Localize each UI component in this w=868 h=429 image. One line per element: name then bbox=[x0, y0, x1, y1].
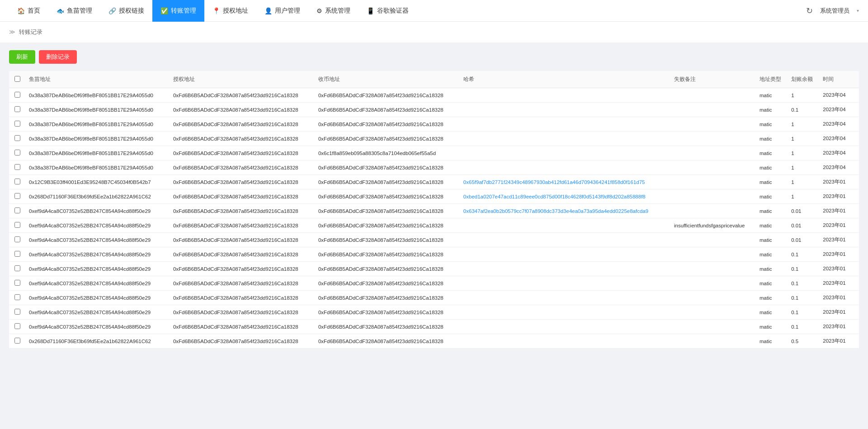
cell-receiveaddr: 0xFd6B6B5ADdCdF328A087a854f23dd9216Ca183… bbox=[315, 233, 460, 247]
cell-authaddr: 0xFd6B6B5ADdCdF328A087a854f23dd9216Ca183… bbox=[170, 305, 315, 320]
cell-receiveaddr: 0xFd6B6B5ADdCdF328A087a854f23dd9216Ca183… bbox=[315, 175, 460, 189]
table-row: 0xef9dA4ca8C07352e52BB247C854A94cd88f50e… bbox=[9, 204, 859, 218]
row-checkbox[interactable] bbox=[14, 338, 20, 344]
nav-menu: 🏠 首页 🐟 鱼苗管理 🔗 授权链接 ✅ 转账管理 📍 授权地址 👤 用户管理 … bbox=[9, 0, 806, 22]
nav-item-home[interactable]: 🏠 首页 bbox=[9, 0, 48, 22]
row-checkbox-cell bbox=[9, 233, 25, 247]
cell-failnote bbox=[670, 334, 756, 349]
row-checkbox[interactable] bbox=[14, 294, 20, 300]
cell-addrtype: matic bbox=[756, 233, 788, 247]
cell-hash bbox=[460, 132, 670, 146]
row-checkbox-cell bbox=[9, 320, 25, 334]
cell-hash bbox=[460, 262, 670, 276]
nav-item-usermanage[interactable]: 👤 用户管理 bbox=[256, 0, 308, 22]
cell-authaddr: 0xFd6B6B5ADdCdF328A087a854f23dd9216Ca183… bbox=[170, 117, 315, 132]
row-checkbox[interactable] bbox=[14, 265, 20, 271]
row-checkbox[interactable] bbox=[14, 323, 20, 329]
cell-time: 2023年04 bbox=[819, 160, 859, 175]
row-checkbox-cell bbox=[9, 218, 25, 233]
cell-fishaddr: 0xef9dA4ca8C07352e52BB247C854A94cd88f50e… bbox=[25, 247, 170, 262]
row-checkbox-cell bbox=[9, 262, 25, 276]
row-checkbox[interactable] bbox=[14, 106, 20, 112]
admin-label: 系统管理员 bbox=[820, 7, 849, 15]
table-row: 0x268Dd71160F36Ef3b69fd5Ee2a1b62822A961C… bbox=[9, 334, 859, 349]
row-checkbox-cell bbox=[9, 334, 25, 349]
nav-item-authaddr-label: 授权地址 bbox=[223, 7, 248, 15]
nav-refresh-button[interactable]: ↻ bbox=[806, 6, 813, 16]
cell-failnote bbox=[670, 160, 756, 175]
row-checkbox-cell bbox=[9, 160, 25, 175]
nav-item-authaddr[interactable]: 📍 授权地址 bbox=[204, 0, 256, 22]
header-authaddr: 授权地址 bbox=[170, 71, 315, 88]
cell-fishaddr: 0x12C9B3E03ff4001Ed3E95248B7C45034f0B542… bbox=[25, 175, 170, 189]
header-receiveaddr: 收币地址 bbox=[315, 71, 460, 88]
cell-hash bbox=[460, 88, 670, 103]
row-checkbox-cell bbox=[9, 175, 25, 189]
cell-time: 2023年01 bbox=[819, 189, 859, 204]
nav-item-transfer[interactable]: ✅ 转账管理 bbox=[152, 0, 204, 22]
row-checkbox[interactable] bbox=[14, 207, 20, 213]
row-checkbox-cell bbox=[9, 103, 25, 117]
mobile-icon: 📱 bbox=[367, 7, 374, 14]
cell-amount: 0.1 bbox=[788, 291, 819, 305]
cell-amount: 0.1 bbox=[788, 247, 819, 262]
cell-time: 2023年04 bbox=[819, 132, 859, 146]
cell-time: 2023年01 bbox=[819, 334, 859, 349]
transfer-table-container: 鱼苗地址 授权地址 收币地址 哈希 失败备注 地址类型 划账余额 时间 0x38… bbox=[9, 71, 859, 349]
cell-authaddr: 0xFd6B6B5ADdCdF328A087a854f23dd9216Ca183… bbox=[170, 291, 315, 305]
cell-time: 2023年01 bbox=[819, 218, 859, 233]
cell-failnote bbox=[670, 291, 756, 305]
nav-item-fishmanage-label: 鱼苗管理 bbox=[67, 7, 92, 15]
cell-time: 2023年01 bbox=[819, 262, 859, 276]
row-checkbox[interactable] bbox=[14, 135, 20, 141]
cell-addrtype: matic bbox=[756, 291, 788, 305]
delete-records-button[interactable]: 删除记录 bbox=[39, 50, 77, 64]
cell-fishaddr: 0x268Dd71160F36Ef3b69fd5Ee2a1b62822A961C… bbox=[25, 189, 170, 204]
cell-authaddr: 0xFd6B6B5ADdCdF328A087a854f23dd9216Ca183… bbox=[170, 160, 315, 175]
cell-authaddr: 0xFd6B6B5ADdCdF328A087a854f23dd9216Ca183… bbox=[170, 320, 315, 334]
row-checkbox[interactable] bbox=[14, 179, 20, 184]
cell-receiveaddr: 0xFd6B6B5ADdCdF328A087a854f23dd9216Ca183… bbox=[315, 189, 460, 204]
breadcrumb: ≫ 转账记录 bbox=[0, 22, 868, 43]
refresh-button[interactable]: 刷新 bbox=[9, 50, 35, 64]
cell-hash bbox=[460, 103, 670, 117]
nav-item-authlink[interactable]: 🔗 授权链接 bbox=[100, 0, 152, 22]
cell-hash bbox=[460, 291, 670, 305]
toolbar: 刷新 删除记录 bbox=[9, 50, 859, 64]
row-checkbox[interactable] bbox=[14, 92, 20, 98]
cell-amount: 0.1 bbox=[788, 103, 819, 117]
nav-item-google-auth[interactable]: 📱 谷歌验证器 bbox=[359, 0, 417, 22]
cell-addrtype: matic bbox=[756, 117, 788, 132]
row-checkbox[interactable] bbox=[14, 193, 20, 199]
cell-fishaddr: 0x38a387DeAB6beDf69f8eBF8051BB17E29A4055… bbox=[25, 88, 170, 103]
table-row: 0x38a387DeAB6beDf69f8eBF8051BB17E29A4055… bbox=[9, 146, 859, 160]
row-checkbox[interactable] bbox=[14, 280, 20, 286]
table-header-row: 鱼苗地址 授权地址 收币地址 哈希 失败备注 地址类型 划账余额 时间 bbox=[9, 71, 859, 88]
cell-time: 2023年01 bbox=[819, 175, 859, 189]
cell-addrtype: matic bbox=[756, 160, 788, 175]
cell-receiveaddr: 0xFd6B6B5ADdCdF328A087a854f23dd9216Ca183… bbox=[315, 160, 460, 175]
row-checkbox-cell bbox=[9, 291, 25, 305]
row-checkbox[interactable] bbox=[14, 309, 20, 315]
cell-authaddr: 0xFd6B6B5ADdCdF328A087a854f23dd9216Ca183… bbox=[170, 262, 315, 276]
cell-hash[interactable]: 0xbed1a0207e47acd11c89eee0cd875d00f18c46… bbox=[460, 189, 670, 204]
row-checkbox[interactable] bbox=[14, 236, 20, 242]
cell-hash[interactable]: 0x6347af2ea0b2b0579cc7f07a8908dc373d3e4e… bbox=[460, 204, 670, 218]
cell-addrtype: matic bbox=[756, 334, 788, 349]
row-checkbox[interactable] bbox=[14, 150, 20, 156]
row-checkbox[interactable] bbox=[14, 222, 20, 228]
row-checkbox-cell bbox=[9, 146, 25, 160]
row-checkbox[interactable] bbox=[14, 121, 20, 127]
row-checkbox[interactable] bbox=[14, 164, 20, 170]
cell-failnote bbox=[670, 189, 756, 204]
user-icon: 👤 bbox=[264, 7, 272, 14]
cell-hash[interactable]: 0x65f9af7db2771f24349c48967930ab412fd61a… bbox=[460, 175, 670, 189]
table-row: 0xef9dA4ca8C07352e52BB247C854A94cd88f50e… bbox=[9, 305, 859, 320]
nav-item-sysmanage[interactable]: ⚙ 系统管理 bbox=[308, 0, 359, 22]
row-checkbox[interactable] bbox=[14, 251, 20, 257]
cell-fishaddr: 0x38a387DeAB6beDf69f8eBF8051BB17E29A4055… bbox=[25, 103, 170, 117]
cell-amount: 0.01 bbox=[788, 204, 819, 218]
transfer-icon: ✅ bbox=[160, 7, 168, 14]
select-all-checkbox[interactable] bbox=[14, 76, 20, 82]
nav-item-fishmanage[interactable]: 🐟 鱼苗管理 bbox=[48, 0, 100, 22]
